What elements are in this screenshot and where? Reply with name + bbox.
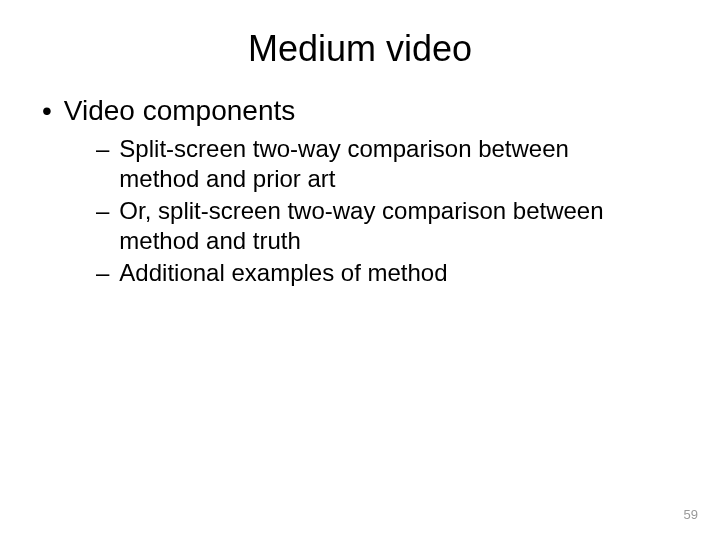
sub-item: – Additional examples of method <box>96 258 678 288</box>
bullet-text: Video components <box>64 94 295 128</box>
bullet-level1: • Video components <box>42 94 678 128</box>
sub-text: Or, split-screen two-way comparison betw… <box>119 196 628 256</box>
dash-marker: – <box>96 258 109 288</box>
sub-item: – Split-screen two-way comparison betwee… <box>96 134 678 194</box>
bullet-marker: • <box>42 94 52 128</box>
page-number: 59 <box>684 507 698 522</box>
sub-text: Additional examples of method <box>119 258 447 288</box>
sub-text: Split-screen two-way comparison between … <box>119 134 628 194</box>
sub-item: – Or, split-screen two-way comparison be… <box>96 196 678 256</box>
slide-title: Medium video <box>0 0 720 94</box>
sub-list: – Split-screen two-way comparison betwee… <box>96 134 678 288</box>
dash-marker: – <box>96 134 109 164</box>
content-area: • Video components – Split-screen two-wa… <box>0 94 720 288</box>
dash-marker: – <box>96 196 109 226</box>
